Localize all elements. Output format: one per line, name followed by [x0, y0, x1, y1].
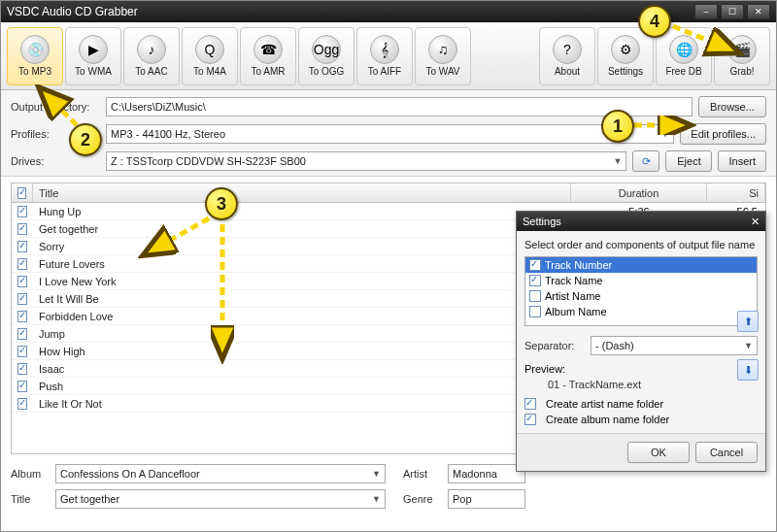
track-title: Get together — [33, 223, 571, 235]
chevron-down-icon: ▼ — [372, 494, 381, 504]
format-to-aiff[interactable]: 𝄞To AIFF — [356, 27, 413, 85]
settings-icon: ⚙ — [611, 35, 640, 64]
format-to-aac[interactable]: ♪To AAC — [123, 27, 180, 85]
chevron-down-icon: ▼ — [372, 469, 381, 479]
album-combo[interactable]: Confessions On A Dancefloor▼ — [55, 464, 386, 483]
toolbar-label: Free DB — [665, 66, 701, 77]
create-album-checkbox[interactable] — [524, 414, 536, 425]
dialog-close-icon[interactable]: ✕ — [751, 216, 760, 228]
format-to-mp3[interactable]: 💿To MP3 — [7, 27, 63, 85]
select-all-checkbox[interactable] — [17, 187, 26, 199]
browse-button[interactable]: Browse... — [698, 96, 766, 117]
track-checkbox[interactable] — [17, 398, 27, 410]
free-db-button[interactable]: 🌐Free DB — [656, 27, 712, 85]
callout-4: 4 — [638, 5, 671, 38]
format-label: To M4A — [193, 66, 226, 77]
format-label: To AAC — [135, 66, 167, 77]
filename-order-list[interactable]: Track NumberTrack NameArtist NameAlbum N… — [524, 256, 758, 326]
refresh-button[interactable]: ⟳ — [632, 150, 659, 172]
track-checkbox[interactable] — [17, 363, 27, 375]
minimize-button[interactable]: – — [694, 4, 718, 19]
profiles-combo[interactable]: MP3 - 44100 Hz, Stereo▼ — [106, 124, 674, 144]
track-checkbox[interactable] — [17, 311, 27, 322]
edit-profiles-button[interactable]: Edit profiles... — [680, 123, 766, 145]
component-checkbox[interactable] — [529, 306, 541, 317]
format-to-wav[interactable]: ♫To WAV — [415, 27, 471, 85]
dialog-title: Settings — [523, 216, 561, 227]
preview-value: 01 - TrackName.ext — [524, 375, 758, 394]
track-title: Hung Up — [33, 206, 571, 217]
arrow-down-icon: ⬇ — [744, 364, 753, 377]
separator-label: Separator: — [524, 340, 585, 351]
filename-component[interactable]: Album Name — [525, 304, 757, 319]
format-label: To OGG — [309, 66, 345, 77]
about-icon: ? — [553, 35, 582, 64]
filename-component[interactable]: Track Name — [525, 273, 757, 288]
format-label: To AIFF — [368, 66, 401, 77]
track-checkbox[interactable] — [17, 223, 27, 235]
component-checkbox[interactable] — [529, 275, 541, 286]
ok-button[interactable]: OK — [627, 442, 690, 463]
close-button[interactable]: ✕ — [747, 4, 770, 19]
component-label: Track Number — [545, 259, 612, 271]
col-title[interactable]: Title — [33, 183, 571, 202]
format-to-m4a[interactable]: QTo M4A — [182, 27, 238, 85]
component-checkbox[interactable] — [529, 259, 541, 271]
track-title: Sorry — [33, 241, 571, 252]
track-checkbox[interactable] — [17, 328, 27, 340]
col-duration[interactable]: Duration — [571, 183, 707, 202]
format-icon: Ogg — [312, 35, 341, 64]
col-size[interactable]: Si — [707, 183, 765, 202]
genre-combo[interactable]: Pop — [448, 489, 525, 509]
track-title: Future Lovers — [33, 258, 571, 270]
drives-combo[interactable]: Z : TSSTcorp CDDVDW SH-S223F SB00▼ — [106, 151, 626, 171]
track-title: Forbidden Love — [33, 311, 571, 322]
preview-label: Preview: — [524, 363, 758, 375]
track-checkbox[interactable] — [17, 276, 27, 287]
cancel-button[interactable]: Cancel — [695, 442, 758, 463]
track-checkbox[interactable] — [17, 293, 27, 305]
format-to-amr[interactable]: ☎To AMR — [240, 27, 296, 85]
grab--button[interactable]: 🎬Grab! — [714, 27, 770, 85]
track-checkbox[interactable] — [17, 258, 27, 270]
arrow-up-icon: ⬆ — [744, 316, 753, 328]
title-label: Title — [11, 493, 50, 505]
component-label: Artist Name — [545, 290, 600, 302]
move-down-button[interactable]: ⬇ — [737, 359, 759, 381]
component-checkbox[interactable] — [529, 290, 541, 302]
format-to-ogg[interactable]: OggTo OGG — [298, 27, 355, 85]
track-title: Let It Will Be — [33, 293, 571, 305]
separator-combo[interactable]: - (Dash)▼ — [591, 336, 758, 355]
output-dir-input[interactable] — [106, 97, 693, 116]
move-up-button[interactable]: ⬆ — [737, 311, 759, 332]
filename-component[interactable]: Track Number — [525, 257, 757, 273]
format-label: To AMR — [251, 66, 285, 77]
track-checkbox[interactable] — [17, 206, 27, 217]
toolbar-label: Grab! — [729, 66, 754, 77]
artist-combo[interactable]: Madonna — [448, 464, 525, 483]
eject-button[interactable]: Eject — [665, 150, 712, 172]
create-artist-checkbox[interactable] — [524, 398, 536, 410]
genre-label: Genre — [403, 493, 442, 505]
insert-button[interactable]: Insert — [718, 150, 766, 172]
settings-dialog: Settings ✕ Select order and components o… — [516, 211, 766, 472]
track-checkbox[interactable] — [17, 346, 27, 357]
chevron-down-icon: ▼ — [614, 156, 623, 166]
about-button[interactable]: ?About — [539, 27, 595, 85]
chevron-down-icon: ▼ — [660, 129, 669, 139]
filename-component[interactable]: Artist Name — [525, 288, 757, 304]
format-icon: 💿 — [20, 35, 50, 64]
format-to-wma[interactable]: ▶To WMA — [65, 27, 121, 85]
title-combo[interactable]: Get together▼ — [55, 489, 386, 509]
track-title: Jump — [33, 328, 571, 340]
track-checkbox[interactable] — [17, 381, 27, 392]
track-title: How High — [33, 346, 571, 357]
grab!-icon: 🎬 — [727, 35, 757, 64]
refresh-icon: ⟳ — [642, 155, 651, 168]
format-icon: ☎ — [253, 35, 283, 64]
maximize-button[interactable]: ☐ — [721, 4, 744, 19]
create-artist-label: Create artist name folder — [546, 398, 663, 410]
window-title: VSDC Audio CD Grabber — [7, 5, 138, 18]
format-icon: Q — [195, 35, 224, 64]
track-checkbox[interactable] — [17, 241, 27, 252]
